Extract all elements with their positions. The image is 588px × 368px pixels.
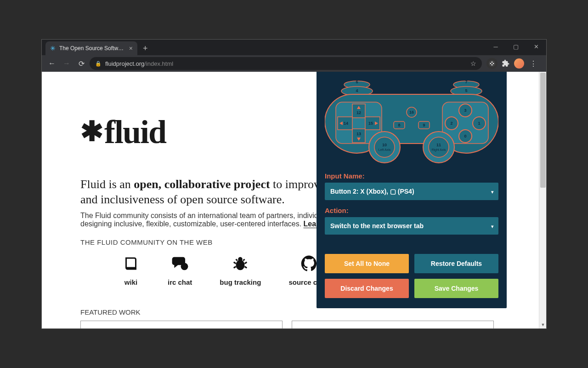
action-label: Action: (325, 207, 498, 214)
browser-tab[interactable]: ✳ The Open Source Software Comm × (45, 41, 137, 55)
lock-icon: 🔒 (95, 61, 102, 67)
bookmark-star-icon[interactable]: ☆ (470, 60, 476, 67)
featured-heading: FEATURED WORK (80, 308, 546, 316)
svg-text:9: 9 (423, 123, 425, 127)
featured-box[interactable] (80, 321, 283, 328)
svg-text:10: 10 (382, 143, 387, 147)
svg-text:5: 5 (465, 88, 467, 93)
community-bugs-link[interactable]: bug tracking (220, 254, 261, 286)
svg-point-3 (492, 62, 493, 63)
chat-icon (171, 254, 189, 273)
gamepad-extension-icon[interactable] (486, 58, 498, 69)
logo-text: fluid (104, 113, 166, 151)
extension-popup: 6 4 7 5 (317, 72, 507, 308)
community-label: irc chat (168, 278, 192, 286)
svg-point-7 (238, 257, 243, 262)
action-select[interactable]: Switch to the next browser tab (325, 217, 498, 235)
svg-point-45 (374, 137, 395, 157)
new-tab-button[interactable]: + (137, 41, 153, 55)
profile-avatar[interactable] (514, 58, 524, 69)
bug-icon (231, 254, 249, 273)
svg-text:6: 6 (356, 80, 358, 84)
save-changes-button[interactable]: Save Changes (414, 279, 498, 298)
community-label: wiki (124, 278, 137, 286)
scrollbar[interactable]: ▲ ▼ (539, 72, 546, 328)
svg-text:Right Axis: Right Axis (431, 148, 446, 152)
popup-buttons: Set All to None Restore Defaults Discard… (325, 254, 498, 298)
community-label: bug tracking (220, 278, 261, 286)
featured-box[interactable] (292, 321, 494, 328)
svg-text:4: 4 (356, 88, 358, 93)
restore-defaults-button[interactable]: Restore Defaults (414, 254, 498, 273)
window-controls: ─ ▢ ✕ (486, 40, 546, 53)
input-name-label: Input Name: (325, 172, 498, 180)
svg-point-49 (429, 137, 449, 157)
svg-point-6 (236, 260, 245, 270)
url-field[interactable]: 🔒 fluidproject.org/index.html ☆ (90, 57, 482, 70)
svg-text:1: 1 (478, 121, 480, 126)
svg-text:0: 0 (464, 134, 466, 138)
svg-text:7: 7 (465, 80, 467, 84)
github-icon (300, 254, 318, 273)
page-content: ✱fluid Fluid is an open, collaborative p… (42, 72, 546, 328)
close-window-button[interactable]: ✕ (526, 40, 546, 53)
svg-text:8: 8 (398, 123, 400, 127)
svg-text:11: 11 (436, 143, 441, 147)
tab-title: The Open Source Software Comm (59, 45, 126, 52)
svg-point-4 (492, 64, 493, 66)
discard-changes-button[interactable]: Discard Changes (325, 279, 409, 298)
svg-text:3: 3 (464, 108, 466, 113)
reload-button[interactable]: ⟳ (75, 57, 88, 70)
controller-diagram: 6 4 7 5 (325, 78, 498, 166)
svg-text:12: 12 (356, 110, 361, 115)
svg-text:13: 13 (356, 132, 361, 136)
svg-text:15: 15 (368, 121, 373, 126)
url-text: fluidproject.org/index.html (105, 60, 467, 67)
svg-point-5 (181, 263, 188, 270)
scrollbar-thumb[interactable] (540, 73, 546, 188)
svg-point-2 (493, 63, 494, 64)
input-name-select[interactable]: Button 2: X (Xbox), ▢ (PS4) (325, 183, 498, 200)
back-button[interactable]: ← (45, 57, 58, 70)
browser-titlebar: ✳ The Open Source Software Comm × + ─ ▢ … (42, 40, 546, 55)
svg-text:2: 2 (450, 121, 452, 126)
svg-text:14: 14 (344, 121, 348, 126)
svg-text:16: 16 (409, 110, 414, 115)
svg-point-0 (489, 60, 495, 67)
maximize-button[interactable]: ▢ (506, 40, 526, 53)
forward-button[interactable]: → (60, 57, 73, 70)
extensions-puzzle-icon[interactable] (500, 58, 511, 69)
logo-mark-icon: ✱ (80, 115, 102, 148)
community-wiki-link[interactable]: wiki (122, 254, 140, 286)
book-icon (122, 254, 140, 273)
browser-window: ✳ The Open Source Software Comm × + ─ ▢ … (41, 39, 547, 329)
scroll-down-icon[interactable]: ▼ (539, 321, 546, 328)
extensions-area: ⋮ (484, 58, 543, 69)
svg-point-1 (490, 63, 492, 64)
tab-favicon-icon: ✳ (50, 45, 57, 52)
featured-boxes (80, 321, 546, 328)
close-icon[interactable]: × (129, 45, 133, 52)
set-all-none-button[interactable]: Set All to None (325, 254, 409, 273)
browser-menu-button[interactable]: ⋮ (527, 59, 540, 68)
community-irc-link[interactable]: irc chat (168, 254, 192, 286)
address-bar: ← → ⟳ 🔒 fluidproject.org/index.html ☆ ⋮ (42, 55, 546, 72)
svg-text:Left Axis: Left Axis (379, 148, 391, 151)
minimize-button[interactable]: ─ (486, 40, 506, 53)
